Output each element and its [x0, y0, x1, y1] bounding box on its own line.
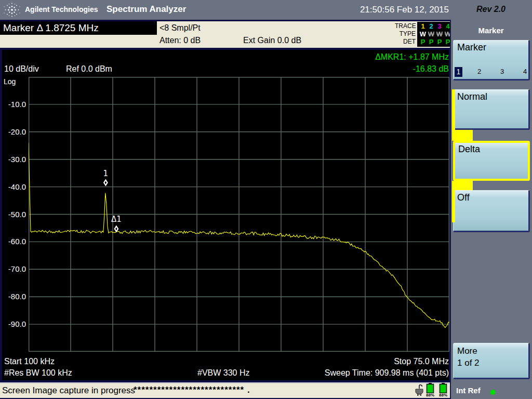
battery2-percent: 88%	[438, 393, 448, 397]
trace-det-1: P	[419, 38, 427, 46]
active-function-readout: Marker Δ 1.8725 MHz	[0, 21, 157, 35]
trace-type-2: W	[428, 30, 435, 38]
ext-gain-readout: Ext Gain 0.0 dB	[243, 36, 301, 45]
softkey-normal[interactable]: Normal	[453, 89, 530, 130]
softkey-marker-select-label: Marker	[457, 42, 486, 52]
y-axis-label: -50.0	[1, 210, 26, 219]
marker-number-options: 1 2 3 4	[454, 67, 529, 77]
softkey-off-label: Off	[457, 192, 470, 203]
battery2-icon	[439, 383, 447, 393]
datetime-readout: 21:50:56 Feb 12, 2015	[360, 5, 449, 15]
trace-num-3: 3	[436, 22, 443, 30]
softkey-off[interactable]: Off	[453, 190, 530, 232]
status-progress-indicator: **************************** .	[134, 385, 250, 395]
softkey-group-highlight-strip-off	[452, 190, 455, 222]
scale-per-div-label: 10 dB/div	[4, 64, 39, 74]
softkey-more-page: 1 of 2	[457, 357, 528, 369]
agilent-spark-logo	[2, 1, 22, 19]
y-axis-label: -10.0	[1, 100, 26, 109]
log-scale-label: Log	[4, 77, 16, 86]
svg-text:Δ1: Δ1	[111, 215, 122, 224]
start-freq-label: Start 100 kHz	[4, 357, 55, 366]
battery1-icon	[426, 383, 434, 393]
ref-level-label: Ref 0.0 dBm	[66, 64, 112, 74]
det-row-label: DET	[395, 38, 416, 46]
y-axis-label: -20.0	[1, 127, 26, 136]
delta-marker-freq-readout: ΔMKR1: +1.87 MHz	[375, 52, 449, 62]
int-ref-status-led	[490, 390, 496, 395]
delta-marker-ampl-readout: -16.83 dB	[413, 64, 449, 74]
softkey-group-highlight-connector-bottom	[452, 181, 473, 190]
marker-option-3[interactable]: 3	[500, 68, 504, 75]
trace-number-row: 1234	[417, 22, 451, 30]
trace-type-1: W	[419, 30, 427, 38]
attenuation-readout: Atten: 0 dB	[159, 36, 201, 45]
trace-type-3: W	[436, 30, 443, 38]
softkey-group-highlight-strip-normal	[452, 89, 455, 130]
trace-det-row: PPPP	[417, 38, 451, 46]
res-bw-label: #Res BW 100 kHz	[4, 368, 72, 378]
marker-option-4[interactable]: 4	[523, 68, 527, 75]
battery1-percent: 88%	[425, 393, 435, 397]
softkey-delta[interactable]: Delta	[453, 141, 530, 181]
y-axis-label: -90.0	[1, 320, 26, 328]
trace-num-1: 1	[419, 22, 427, 30]
video-bw-label: #VBW 330 Hz	[197, 368, 249, 378]
trace-det-3: P	[436, 38, 443, 46]
marker-option-2[interactable]: 2	[477, 68, 481, 75]
status-message: Screen Image capture in progress	[2, 385, 135, 396]
softkey-more-label: More	[457, 345, 528, 357]
y-axis-label: -60.0	[1, 237, 26, 246]
app-title: Spectrum Analyzer	[107, 4, 186, 15]
y-axis-label: -40.0	[1, 182, 26, 191]
trace-num-2: 2	[428, 22, 435, 30]
trace-det-2: P	[428, 38, 435, 46]
svg-text:1: 1	[103, 169, 109, 178]
sample-per-point-readout: <8 Smpl/Pt	[159, 23, 201, 33]
trace-table-labels: TRACE TYPE DET	[395, 22, 416, 46]
stop-freq-label: Stop 75.0 MHz	[394, 357, 449, 366]
softkey-delta-label: Delta	[458, 144, 480, 154]
softkey-normal-label: Normal	[457, 91, 487, 102]
y-axis-label: -70.0	[1, 264, 26, 273]
spectrum-graticule-and-trace: 1Δ1	[29, 77, 449, 352]
softkey-marker-select[interactable]: Marker 1 2 3 4	[453, 40, 530, 81]
y-axis-label: -30.0	[1, 155, 26, 164]
trace-row-label: TRACE	[395, 22, 416, 30]
int-ref-label: Int Ref	[456, 386, 481, 395]
y-axis-label: -80.0	[1, 292, 26, 301]
softkey-menu-title: Marker	[450, 26, 532, 35]
sweep-time-label: Sweep Time: 909.98 ms (401 pts)	[325, 368, 449, 378]
softkey-group-highlight-connector-top	[452, 130, 473, 141]
softkey-more[interactable]: More 1 of 2	[453, 343, 530, 379]
brand-name: Agilent Technologies	[25, 5, 98, 14]
trace-type-row: WWWW	[417, 30, 451, 38]
type-row-label: TYPE	[395, 30, 416, 38]
marker-option-1-selected[interactable]: 1	[455, 67, 462, 77]
trace-table-values: 1234 WWWW PPPP	[417, 22, 451, 47]
ac-power-plug-icon	[414, 384, 424, 396]
firmware-rev: Rev 2.0	[450, 5, 532, 14]
